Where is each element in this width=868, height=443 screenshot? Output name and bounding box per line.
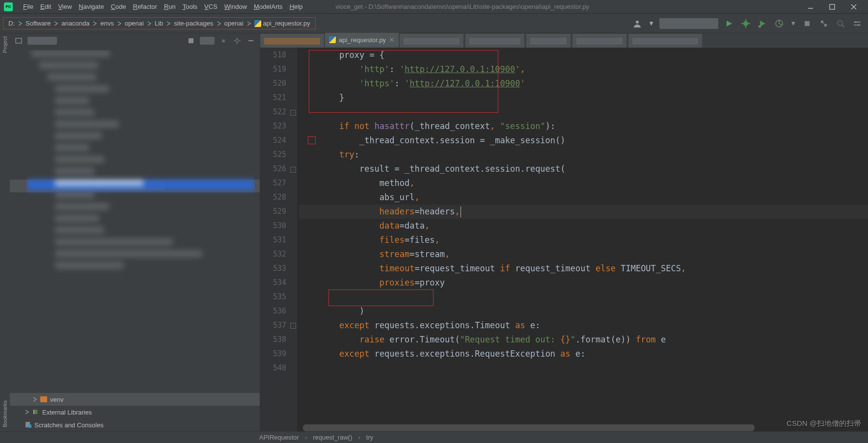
fold-marker-icon[interactable]: − [290, 323, 296, 329]
gutter-line: 527 [273, 176, 286, 190]
settings-button[interactable] [851, 18, 863, 29]
editor-tab-blurred[interactable] [260, 34, 324, 48]
run-button[interactable] [723, 18, 735, 29]
code-line[interactable]: } [299, 91, 868, 105]
code-line[interactable]: _thread_context.session = _make_session(… [299, 133, 868, 148]
code-line[interactable] [299, 105, 868, 119]
gutter-line: 530 [273, 219, 286, 233]
breadcrumb-item[interactable]: Lib [153, 20, 165, 27]
collapse-all-icon[interactable] [218, 36, 228, 46]
close-tab-icon[interactable] [389, 37, 395, 43]
tree-row[interactable]: venv [10, 393, 260, 406]
breadcrumb-item[interactable]: openai [222, 20, 245, 27]
hide-panel-icon[interactable] [246, 36, 256, 46]
svg-line-15 [823, 23, 824, 24]
menu-view[interactable]: View [54, 3, 75, 10]
code-line[interactable]: stream=stream, [299, 247, 868, 261]
project-toolwindow-button[interactable]: Project [2, 36, 8, 53]
select-opened-file-icon[interactable] [186, 36, 196, 46]
menu-refactor[interactable]: Refactor [130, 3, 161, 10]
code-line[interactable]: except requests.exceptions.RequestExcept… [299, 347, 868, 361]
code-line[interactable]: if not hasattr(_thread_context, "session… [299, 119, 868, 133]
breadcrumb-item[interactable]: anaconda [59, 20, 91, 27]
editor-tab-blurred[interactable] [400, 34, 463, 48]
minimize-button[interactable] [803, 2, 818, 12]
editor-tab-api-requestor[interactable]: api_requestor.py [325, 33, 399, 48]
breadcrumb-item[interactable]: openai [123, 20, 146, 27]
menu-modelarts[interactable]: ModelArts [250, 3, 286, 10]
code-area[interactable]: proxy = { 'http': 'http://127.0.0.1:1090… [297, 48, 868, 431]
code-line[interactable]: try: [299, 148, 868, 162]
search-everywhere-button[interactable] [835, 18, 846, 29]
menu-help[interactable]: Help [286, 3, 306, 10]
code-line[interactable] [299, 290, 868, 304]
editor[interactable]: 5185195205215225235245255265275285295305… [260, 48, 868, 431]
project-tree[interactable]: venv External Libraries Scratches and Co… [10, 48, 260, 431]
code-line[interactable]: files=files, [299, 233, 868, 247]
settings-gear-icon[interactable] [232, 36, 242, 46]
code-line[interactable]: result = _thread_context.session.request… [299, 162, 868, 176]
fold-marker-icon[interactable]: − [290, 110, 296, 116]
editor-tab-blurred[interactable] [465, 34, 524, 48]
bookmarks-toolwindow-button[interactable]: Bookmarks [2, 400, 8, 427]
code-line[interactable]: 'https': 'http://127.0.0.1:10900' [299, 77, 868, 91]
git-button[interactable] [818, 18, 830, 29]
close-button[interactable] [846, 2, 861, 12]
breadcrumb-item[interactable]: envs [98, 20, 115, 27]
menu-tools[interactable]: Tools [179, 3, 201, 10]
gutter-line: 522 [273, 105, 286, 119]
menu-window[interactable]: Window [221, 3, 250, 10]
caret [461, 207, 461, 217]
code-line[interactable]: headers=headers, [299, 205, 868, 219]
tree-row[interactable]: Scratches and Consoles [10, 418, 260, 431]
project-view-icon[interactable] [14, 36, 24, 46]
code-line[interactable]: data=data, [299, 219, 868, 233]
debug-button[interactable] [740, 18, 752, 29]
menu-code[interactable]: Code [108, 3, 130, 10]
status-path-item[interactable]: APIRequestor [259, 434, 299, 441]
scratches-icon [25, 421, 31, 429]
user-icon[interactable] [631, 18, 643, 29]
menu-file[interactable]: File [20, 3, 37, 10]
maximize-button[interactable] [825, 2, 840, 12]
coverage-button[interactable] [757, 18, 768, 29]
fold-marker-icon[interactable]: − [290, 167, 296, 173]
editor-tab-blurred[interactable] [628, 34, 702, 48]
scrollbar-thumb[interactable] [303, 424, 755, 431]
status-path-item[interactable]: request_raw() [313, 434, 352, 441]
svg-point-20 [855, 21, 857, 23]
breadcrumb-item[interactable]: site-packages [172, 20, 215, 27]
breadcrumb-item[interactable]: Software [24, 20, 53, 27]
code-line[interactable]: except requests.exceptions.Timeout as e: [299, 318, 868, 333]
tree-row[interactable]: External Libraries [10, 406, 260, 418]
svg-rect-23 [189, 38, 193, 43]
svg-rect-18 [854, 22, 861, 23]
code-line[interactable]: method, [299, 176, 868, 190]
run-config-blur[interactable] [659, 18, 718, 29]
status-path-item[interactable]: try [366, 434, 373, 441]
menu-navigate[interactable]: Navigate [75, 3, 107, 10]
status-bar: APIRequestor request_raw() try [0, 431, 868, 443]
code-line[interactable]: 'http': 'http://127.0.0.1:10900', [299, 62, 868, 77]
svg-rect-12 [805, 21, 810, 26]
python-file-icon [329, 36, 336, 43]
breadcrumb-item[interactable]: api_requestor.py [252, 20, 312, 27]
svg-point-4 [636, 21, 639, 24]
editor-tab-blurred[interactable] [526, 34, 570, 48]
breadcrumb-item[interactable]: D: [6, 20, 17, 27]
editor-tab-blurred[interactable] [572, 34, 626, 48]
stop-button[interactable] [801, 18, 813, 29]
menu-vcs[interactable]: VCS [201, 3, 221, 10]
gutter-line: 531 [273, 233, 286, 247]
menu-run[interactable]: Run [161, 3, 179, 10]
code-line[interactable]: proxy = { [299, 48, 868, 62]
menu-edit[interactable]: Edit [37, 3, 54, 10]
code-line[interactable]: abs_url, [299, 190, 868, 205]
editor-tabs: api_requestor.py [260, 33, 868, 48]
gutter: 5185195205215225235245255265275285295305… [260, 48, 289, 431]
profile-button[interactable] [773, 18, 785, 29]
code-line[interactable]: raise error.Timeout("Request timed out: … [299, 333, 868, 347]
code-line[interactable]: timeout=request_timeout if request_timeo… [299, 261, 868, 276]
code-line[interactable]: ) [299, 304, 868, 318]
code-line[interactable]: proxies=proxy [299, 276, 868, 290]
